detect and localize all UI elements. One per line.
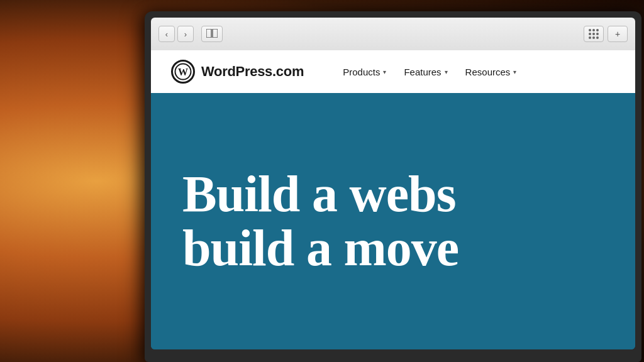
wp-logo: W WordPress.com xyxy=(171,60,304,84)
browser-right-buttons: + xyxy=(584,26,628,42)
wordpress-site-name: WordPress.com xyxy=(201,63,304,80)
plus-icon: + xyxy=(615,29,620,39)
screen-bezel: ‹ › xyxy=(151,18,635,349)
svg-rect-0 xyxy=(206,29,211,38)
grid-view-button[interactable] xyxy=(584,26,604,42)
wp-header: W WordPress.com Products ▾ Features ▾ xyxy=(151,50,635,93)
grid-dots-icon xyxy=(589,29,599,39)
browser-chrome: ‹ › xyxy=(151,18,635,50)
wp-hero-section: Build a webs build a move xyxy=(151,93,635,349)
resources-label: Resources xyxy=(465,67,511,77)
features-nav-item[interactable]: Features ▾ xyxy=(395,62,456,82)
features-chevron-icon: ▾ xyxy=(445,69,448,75)
hero-line-2: build a move xyxy=(182,221,604,275)
tab-view-icon xyxy=(206,29,218,39)
tab-view-button[interactable] xyxy=(201,26,223,42)
products-label: Products xyxy=(343,67,380,77)
resources-nav-item[interactable]: Resources ▾ xyxy=(457,62,526,82)
laptop-frame: ‹ › xyxy=(145,11,641,362)
new-tab-button[interactable]: + xyxy=(608,26,628,42)
forward-button[interactable]: › xyxy=(177,26,194,42)
wordpress-logo-icon: W xyxy=(171,60,195,84)
products-nav-item[interactable]: Products ▾ xyxy=(334,62,395,82)
hero-title: Build a webs build a move xyxy=(182,167,604,275)
svg-rect-1 xyxy=(213,29,218,38)
resources-chevron-icon: ▾ xyxy=(513,69,516,75)
browser-content: W WordPress.com Products ▾ Features ▾ xyxy=(151,50,635,349)
wp-navigation: Products ▾ Features ▾ Resources ▾ xyxy=(334,62,525,82)
features-label: Features xyxy=(404,67,441,77)
products-chevron-icon: ▾ xyxy=(383,69,386,75)
back-button[interactable]: ‹ xyxy=(158,26,175,42)
svg-text:W: W xyxy=(178,67,188,77)
hero-line-1: Build a webs xyxy=(182,167,604,221)
forward-icon: › xyxy=(184,30,187,39)
back-icon: ‹ xyxy=(165,30,168,39)
nav-buttons: ‹ › xyxy=(158,26,194,42)
